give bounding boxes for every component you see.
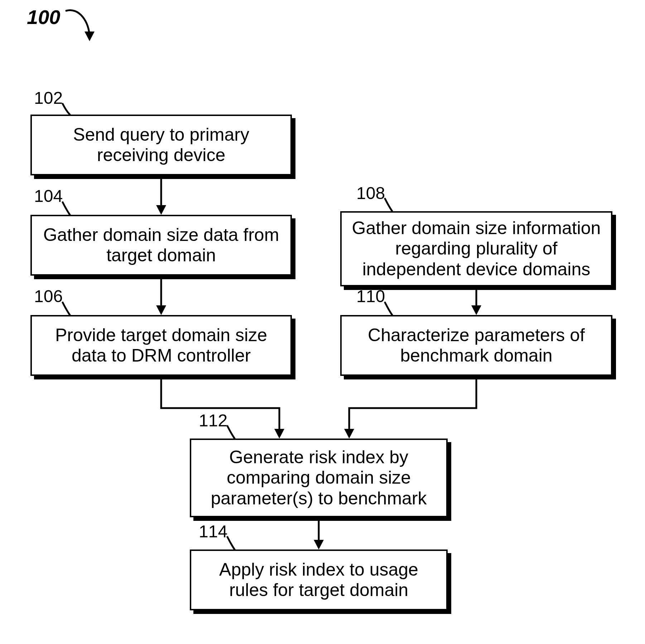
box-110-text: Characterize parameters of benchmark dom…	[349, 325, 604, 366]
box-112-text: Generate risk index by comparing domain …	[198, 447, 439, 509]
svg-marker-0	[85, 32, 95, 41]
box-106-text: Provide target domain size data to DRM c…	[39, 325, 283, 366]
box-106: Provide target domain size data to DRM c…	[30, 315, 292, 376]
box-104: Gather domain size data from target doma…	[30, 215, 292, 276]
svg-marker-8	[344, 429, 354, 439]
svg-marker-2	[156, 205, 166, 215]
ref-label-112: 112	[199, 411, 227, 430]
box-108: Gather domain size information regarding…	[340, 211, 612, 286]
box-114-text: Apply risk index to usage rules for targ…	[198, 560, 439, 601]
ref-label-114: 114	[199, 522, 227, 541]
svg-marker-10	[314, 540, 324, 549]
box-112: Generate risk index by comparing domain …	[190, 439, 448, 517]
box-114: Apply risk index to usage rules for targ…	[190, 549, 448, 610]
svg-marker-6	[471, 305, 481, 315]
svg-marker-7	[274, 429, 284, 439]
box-102-text: Send query to primary receiving device	[39, 125, 283, 166]
flowchart-canvas: 100 102 Send query to primary receiving …	[0, 0, 645, 644]
ref-label-110: 110	[356, 286, 385, 306]
box-110: Characterize parameters of benchmark dom…	[340, 315, 612, 376]
ref-label-106: 106	[34, 286, 63, 306]
figure-ref-100: 100	[27, 5, 60, 29]
box-102: Send query to primary receiving device	[30, 115, 292, 175]
svg-marker-4	[156, 305, 166, 315]
ref-label-104: 104	[34, 186, 63, 206]
box-104-text: Gather domain size data from target doma…	[39, 225, 283, 266]
box-108-text: Gather domain size information regarding…	[349, 218, 604, 280]
ref-label-108: 108	[356, 183, 385, 203]
ref-label-102: 102	[34, 88, 63, 108]
